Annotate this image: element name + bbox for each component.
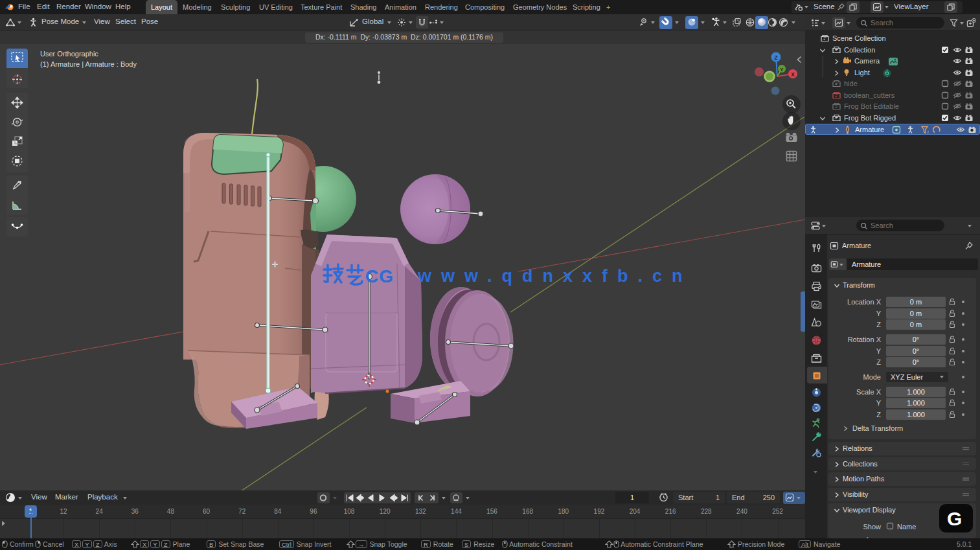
svg-text:Y: Y <box>780 67 784 73</box>
svg-text:Z: Z <box>774 54 778 61</box>
svg-text:2: 2 <box>927 130 929 134</box>
svg-text:X: X <box>791 71 795 78</box>
